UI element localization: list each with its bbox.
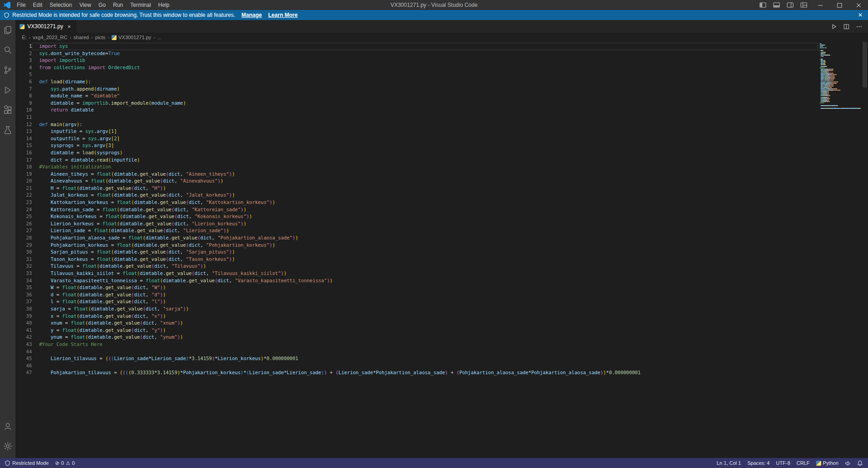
toggle-primary-sidebar-icon[interactable]	[756, 0, 770, 10]
code-line[interactable]: 2sys.dont_write_bytecode=True	[15, 50, 818, 57]
more-actions-icon[interactable]	[853, 21, 864, 32]
toggle-panel-icon[interactable]	[770, 0, 783, 10]
problems-status[interactable]: ⊘ 0 ⚠ 0	[52, 458, 78, 468]
code-line[interactable]: 30 Sarjan_pituus = float(dimtable.get_va…	[15, 249, 818, 256]
code-line[interactable]: 31 Tason_korkeus = float(dimtable.get_va…	[15, 256, 818, 263]
breadcrumb-item[interactable]: vxg4_2023_RC	[33, 35, 67, 40]
code-line[interactable]: 38 sarja = float(dimtable.get_value(dict…	[15, 305, 818, 313]
menu-item-file[interactable]: File	[13, 0, 29, 10]
code-line[interactable]: 37 l = float(dimtable.get_value(dict, "l…	[15, 298, 818, 305]
code-line[interactable]: 39 x = float(dimtable.get_value(dict, "x…	[15, 313, 818, 320]
breadcrumb-item[interactable]: ...	[157, 35, 162, 40]
code-line[interactable]: 13 inputfile = sys.argv[1]	[15, 128, 818, 135]
code-line[interactable]: 29 Pohjakartion_korkeus = float(dimtable…	[15, 242, 818, 249]
activity-bar-testing-icon[interactable]	[0, 120, 15, 140]
code-line[interactable]: 18#Variables initialization	[15, 163, 818, 171]
activity-bar-source-control-icon[interactable]	[0, 60, 15, 80]
encoding-status[interactable]: UTF-8	[773, 458, 793, 468]
menu-item-go[interactable]: Go	[95, 0, 109, 10]
activity-bar-manage-icon[interactable]	[0, 436, 15, 456]
code-line[interactable]: 7 sys.path.append(dirname)	[15, 86, 818, 93]
code-line[interactable]: 43#Your Code Starts Here	[15, 341, 818, 348]
code-line[interactable]: 28 Pohjakartion_alaosa_sade = float(dimt…	[15, 234, 818, 242]
code-text: sys.dont_write_bytecode=True	[32, 50, 818, 57]
bell-icon[interactable]	[854, 458, 866, 468]
code-line[interactable]: 3import importlib	[15, 57, 818, 64]
menu-item-edit[interactable]: Edit	[29, 0, 46, 10]
code-line[interactable]: 47 Pohjakartion_tilavuus = ((((0.333333*…	[15, 369, 818, 376]
restricted-mode-status[interactable]: Restricted Mode	[1, 458, 52, 468]
tab-vx3001271[interactable]: VX3001271.py ✕	[15, 20, 77, 33]
breadcrumb-item[interactable]: VX3001271.py	[112, 35, 151, 40]
line-number: 27	[15, 227, 32, 234]
code-line[interactable]: 33 Tilavuus_kaikki_siilot = float(dimtab…	[15, 270, 818, 277]
menu-item-help[interactable]: Help	[155, 0, 173, 10]
code-line[interactable]: 23 Kattokartion_korkeus = float(dimtable…	[15, 199, 818, 206]
learn-more-link[interactable]: Learn More	[268, 12, 298, 18]
code-line[interactable]: 16 dimtable = load(sysprogs)	[15, 149, 818, 157]
code-line[interactable]: 40 xnum = float(dimtable.get_value(dict,…	[15, 320, 818, 327]
code-line[interactable]: 24 Kattoreian_sade = float(dimtable.get_…	[15, 206, 818, 214]
code-line[interactable]: 44	[15, 348, 818, 356]
code-line[interactable]: 32 Tilavuus = float(dimtable.get_value(d…	[15, 263, 818, 270]
breadcrumb-item[interactable]: picts	[95, 35, 106, 40]
line-number: 38	[15, 305, 32, 313]
code-line[interactable]: 41 y = float(dimtable.get_value(dict, "y…	[15, 327, 818, 334]
customize-layout-icon[interactable]	[797, 0, 811, 10]
code-line[interactable]: 25 Kokonais_korkeus = float(dimtable.get…	[15, 213, 818, 220]
code-line[interactable]: 6def load(dirname):	[15, 78, 818, 86]
run-icon[interactable]	[828, 21, 839, 32]
code-line[interactable]: 9 dimtable = importlib.import_module(mod…	[15, 100, 818, 107]
code-line[interactable]: 36 d = float(dimtable.get_value(dict, "d…	[15, 291, 818, 299]
close-icon[interactable]	[849, 0, 868, 10]
activity-bar-accounts-icon[interactable]	[0, 416, 15, 436]
banner-close-icon[interactable]: ✕	[853, 12, 868, 18]
toggle-secondary-sidebar-icon[interactable]	[783, 0, 797, 10]
code-line[interactable]: 5	[15, 71, 818, 78]
code-line[interactable]: 8 module_name = "dimtable"	[15, 92, 818, 100]
activity-bar-search-icon[interactable]	[0, 40, 15, 60]
code-line[interactable]: 15 sysprogs = sys.argv[3]	[15, 142, 818, 149]
activity-bar-extensions-icon[interactable]	[0, 100, 15, 120]
maximize-icon[interactable]	[830, 0, 849, 10]
cursor-position[interactable]: Ln 1, Col 1	[714, 458, 744, 468]
code-line[interactable]: 46	[15, 362, 818, 370]
code-line[interactable]: 19 Aineen_tiheys = float(dimtable.get_va…	[15, 171, 818, 178]
breadcrumb-item[interactable]: E:	[22, 35, 26, 40]
menu-item-view[interactable]: View	[76, 0, 95, 10]
activity-bar-explorer-icon[interactable]	[0, 20, 15, 40]
code-pane[interactable]: 1import sys2sys.dont_write_bytecode=True…	[15, 42, 818, 458]
code-line[interactable]: 12def main(argv):	[15, 121, 818, 128]
code-line[interactable]: 4from collections import OrderedDict	[15, 64, 818, 71]
code-line[interactable]: 34 Varasto_kapasiteetti_tonneissa = floa…	[15, 277, 818, 285]
code-line[interactable]: 10 return dimtable	[15, 107, 818, 114]
code-line[interactable]: 45 Lierion_tilavuus = (((Lierion_sade*Li…	[15, 355, 818, 362]
code-line[interactable]: 1import sys	[15, 43, 818, 50]
code-line[interactable]: 11	[15, 114, 818, 121]
announcement-icon[interactable]	[842, 458, 854, 468]
scrollbar-thumb[interactable]	[863, 42, 867, 87]
menu-item-terminal[interactable]: Terminal	[127, 0, 154, 10]
code-line[interactable]: 35 W = float(dimtable.get_value(dict, "W…	[15, 284, 818, 291]
vertical-scrollbar[interactable]	[862, 42, 868, 458]
code-line[interactable]: 17 dict = dimtable.read(inputfile)	[15, 157, 818, 164]
code-line[interactable]: 21 H = float(dimtable.get_value(dict, "H…	[15, 185, 818, 192]
activity-bar-run-and-debug-icon[interactable]	[0, 80, 15, 100]
tab-close-icon[interactable]: ✕	[66, 24, 72, 30]
code-line[interactable]: 42 ynum = float(dimtable.get_value(dict,…	[15, 334, 818, 341]
manage-link[interactable]: Manage	[242, 12, 262, 18]
code-line[interactable]: 22 Jalat_korkeus = float(dimtable.get_va…	[15, 192, 818, 199]
eol-status[interactable]: CRLF	[793, 458, 813, 468]
breadcrumb-item[interactable]: shared	[74, 35, 89, 40]
split-editor-icon[interactable]	[841, 21, 852, 32]
menu-item-selection[interactable]: Selection	[46, 0, 76, 10]
language-mode[interactable]: Python	[813, 458, 842, 468]
indentation-status[interactable]: Spaces: 4	[744, 458, 773, 468]
code-line[interactable]: 14 outputfile = sys.argv[2]	[15, 135, 818, 142]
code-line[interactable]: 20 Ainevahvuus = float(dimtable.get_valu…	[15, 178, 818, 185]
minimap[interactable]	[818, 42, 862, 458]
menu-item-run[interactable]: Run	[109, 0, 127, 10]
code-line[interactable]: 27 Lierion_sade = float(dimtable.get_val…	[15, 227, 818, 234]
code-line[interactable]: 26 Lierion_korkeus = float(dimtable.get_…	[15, 220, 818, 228]
minimize-icon[interactable]	[811, 0, 830, 10]
